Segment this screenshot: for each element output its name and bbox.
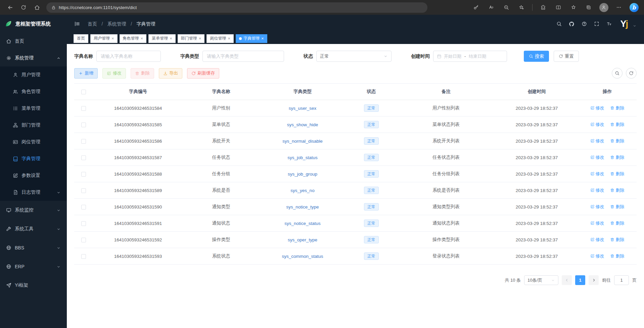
tab-close-icon[interactable] (141, 36, 143, 41)
row-delete-link[interactable]: 删除 (610, 253, 624, 259)
edit-button[interactable]: 修改 (102, 68, 126, 79)
row-delete-link[interactable]: 删除 (610, 154, 624, 160)
row-delete-link[interactable]: 删除 (610, 122, 624, 128)
sidebar-item-home[interactable]: 首页 (0, 33, 67, 50)
next-page-button[interactable] (589, 275, 599, 285)
dict-type-link[interactable]: sys_oper_type (288, 237, 317, 242)
collections-button[interactable] (582, 2, 595, 13)
tab-close-icon[interactable] (111, 36, 114, 41)
sidebar-item-log-mgmt[interactable]: 日志管理 (0, 184, 67, 201)
dict-type-link[interactable]: sys_yes_no (290, 188, 314, 193)
dict-type-link[interactable]: sys_normal_disable (282, 139, 322, 144)
toggle-search-button[interactable] (612, 68, 623, 79)
row-edit-link[interactable]: 修改 (590, 220, 604, 226)
date-range-picker[interactable]: 开始日期 - 结束日期 (433, 51, 507, 62)
tab-menu-mgmt[interactable]: 菜单管理 (148, 34, 176, 43)
sidebar-item-dict-mgmt[interactable]: 字典管理 (0, 150, 67, 167)
row-edit-link[interactable]: 修改 (590, 253, 604, 259)
split-screen-button[interactable] (552, 2, 565, 13)
fullscreen-button[interactable] (594, 21, 599, 27)
row-delete-link[interactable]: 删除 (610, 105, 624, 111)
status-select[interactable]: 正常 (316, 51, 392, 62)
row-edit-link[interactable]: 修改 (590, 171, 604, 177)
sidebar-item-menu-mgmt[interactable]: 菜单管理 (0, 100, 67, 117)
tab-close-icon[interactable] (199, 36, 201, 41)
tab-close-icon[interactable] (261, 36, 264, 41)
row-checkbox[interactable] (81, 205, 86, 209)
sidebar-item-yi-framework[interactable]: Yi框架 (0, 276, 67, 295)
export-button[interactable]: 导出 (159, 68, 182, 79)
browser-profile-button[interactable] (597, 2, 610, 13)
font-size-button[interactable] (606, 21, 612, 27)
sidebar-collapse-button[interactable] (74, 21, 80, 27)
refresh-cache-button[interactable]: 刷新缓存 (187, 68, 219, 79)
extensions-button[interactable] (537, 2, 550, 13)
sidebar-item-param-settings[interactable]: 参数设置 (0, 167, 67, 184)
tab-post-mgmt[interactable]: 岗位管理 (206, 34, 234, 43)
dict-type-link[interactable]: sys_notice_status (284, 221, 320, 226)
row-edit-link[interactable]: 修改 (590, 187, 604, 193)
tab-user-mgmt[interactable]: 用户管理 (90, 34, 118, 43)
row-delete-link[interactable]: 删除 (610, 237, 624, 243)
tab-dict-mgmt[interactable]: 字典管理 (236, 34, 267, 43)
row-edit-link[interactable]: 修改 (590, 138, 604, 144)
favorites-button[interactable] (567, 2, 580, 13)
row-checkbox[interactable] (81, 172, 86, 177)
tab-dept-mgmt[interactable]: 部门管理 (178, 34, 205, 43)
read-aloud-button[interactable] (485, 2, 498, 13)
add-button[interactable]: 新增 (74, 68, 98, 79)
current-page-button[interactable]: 1 (575, 275, 585, 285)
dict-type-link[interactable]: sys_notice_type (286, 204, 319, 209)
dict-type-link[interactable]: sys_common_status (282, 254, 323, 259)
prev-page-button[interactable] (562, 275, 572, 285)
add-favorite-button[interactable] (515, 2, 528, 13)
dict-name-input[interactable] (96, 51, 161, 62)
search-button[interactable]: 搜索 (524, 51, 549, 62)
row-checkbox[interactable] (81, 188, 86, 193)
row-delete-link[interactable]: 删除 (610, 138, 624, 144)
row-edit-link[interactable]: 修改 (590, 105, 604, 111)
github-link-button[interactable] (569, 21, 574, 27)
row-checkbox[interactable] (81, 155, 86, 160)
tab-close-icon[interactable] (170, 36, 172, 41)
select-all-checkbox[interactable] (81, 90, 86, 94)
dict-type-link[interactable]: sys_show_hide (287, 122, 318, 127)
row-edit-link[interactable]: 修改 (590, 154, 604, 160)
browser-back-button[interactable] (3, 2, 17, 13)
sidebar-item-role-mgmt[interactable]: 角色管理 (0, 83, 67, 100)
row-checkbox[interactable] (81, 254, 86, 259)
breadcrumb-system-mgmt[interactable]: 系统管理 (107, 21, 126, 27)
sidebar-item-user-mgmt[interactable]: 用户管理 (0, 66, 67, 83)
sidebar-item-dept-mgmt[interactable]: 部门管理 (0, 117, 67, 134)
breadcrumb-home[interactable]: 首页 (88, 21, 97, 27)
row-checkbox[interactable] (81, 238, 86, 242)
refresh-table-button[interactable] (626, 68, 637, 79)
browser-menu-button[interactable] (612, 2, 626, 13)
user-avatar-logo[interactable]: Yj (620, 19, 628, 29)
tab-home[interactable]: 首页 (74, 34, 88, 43)
row-edit-link[interactable]: 修改 (590, 204, 604, 210)
bing-chat-button[interactable] (627, 2, 641, 13)
address-bar[interactable]: https://ccnetcore.com:1101/system/dict (46, 2, 427, 13)
browser-home-button[interactable] (30, 2, 44, 13)
tab-close-icon[interactable] (228, 36, 230, 41)
avatar-dropdown-caret[interactable] (633, 22, 637, 29)
dict-type-link[interactable]: sys_job_status (287, 155, 317, 160)
row-checkbox[interactable] (81, 139, 86, 144)
row-checkbox[interactable] (81, 221, 86, 226)
row-delete-link[interactable]: 删除 (610, 204, 624, 210)
delete-button[interactable]: 删除 (131, 68, 154, 79)
sidebar-item-system-monitor[interactable]: 系统监控 (0, 201, 67, 220)
sidebar-item-post-mgmt[interactable]: 岗位管理 (0, 134, 67, 150)
sidebar-item-system-mgmt[interactable]: 系统管理 (0, 50, 67, 66)
sidebar-item-system-tools[interactable]: 系统工具 (0, 220, 67, 238)
row-delete-link[interactable]: 删除 (610, 220, 624, 226)
browser-refresh-button[interactable] (17, 2, 30, 13)
tab-role-mgmt[interactable]: 角色管理 (120, 34, 147, 43)
row-edit-link[interactable]: 修改 (590, 237, 604, 243)
row-edit-link[interactable]: 修改 (590, 122, 604, 128)
header-search-button[interactable] (556, 21, 562, 27)
reset-button[interactable]: 重置 (554, 51, 579, 62)
dict-type-input[interactable] (202, 51, 284, 62)
goto-page-input[interactable] (614, 275, 629, 285)
